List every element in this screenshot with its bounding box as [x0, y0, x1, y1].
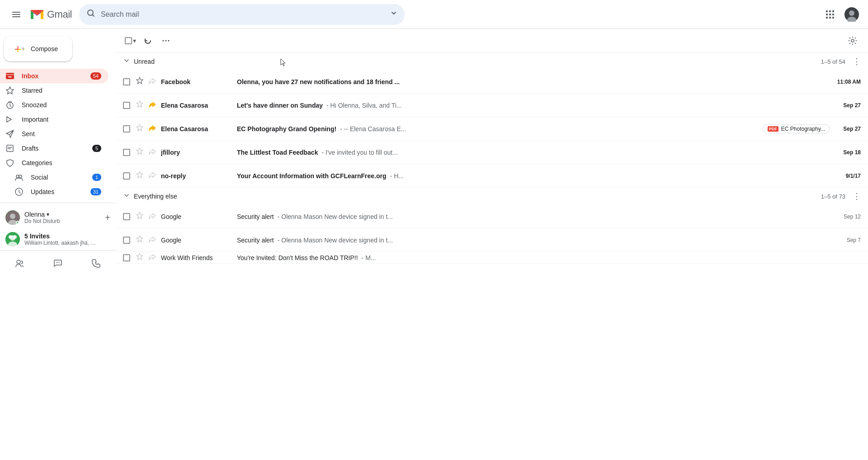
email-star-button[interactable] [136, 100, 145, 110]
svg-point-27 [16, 175, 19, 178]
email-forward-icon [148, 147, 157, 157]
search-dropdown-icon[interactable] [390, 9, 397, 19]
hamburger-menu-button[interactable] [7, 5, 25, 24]
sidebar-item-drafts[interactable]: Drafts 5 [0, 141, 108, 156]
email-content: Security alert - Olenna Mason New device… [237, 213, 830, 220]
search-bar[interactable] [79, 4, 405, 25]
search-input[interactable] [101, 10, 385, 19]
email-checkbox[interactable] [123, 149, 132, 156]
invites-info: 5 Invites William Lintott, aakash jha, M… [24, 232, 110, 246]
email-star-button[interactable] [136, 252, 145, 263]
svg-rect-5 [826, 10, 828, 12]
sidebar-item-sent[interactable]: Sent [0, 127, 108, 141]
user-account-item[interactable]: Olenna ▾ Do Not Disturb + [0, 207, 116, 228]
email-preview: - Olenna Mason New device signed in t... [278, 213, 830, 220]
email-checkbox[interactable] [123, 254, 132, 261]
hamburger-icon [12, 9, 20, 19]
svg-rect-12 [829, 17, 831, 19]
select-dropdown-icon[interactable]: ▾ [133, 37, 136, 44]
add-account-button[interactable]: + [105, 213, 110, 223]
email-row[interactable]: no-reply Your Account Information with G… [116, 164, 868, 188]
refresh-button[interactable] [140, 33, 156, 49]
topbar: Gmail [0, 0, 868, 29]
email-star-button[interactable] [136, 76, 145, 87]
svg-point-44 [168, 40, 170, 42]
email-checkbox[interactable] [123, 172, 132, 180]
email-checkbox[interactable] [123, 237, 132, 244]
more-options-button[interactable] [158, 33, 174, 49]
email-row[interactable]: jfillory The Littlest Toad Feedback - I'… [116, 141, 868, 164]
email-forward-icon [148, 100, 157, 110]
sidebar-item-categories[interactable]: Categories [0, 156, 108, 170]
compose-button[interactable]: Compose [4, 36, 72, 62]
svg-rect-13 [832, 17, 834, 19]
email-row[interactable]: Elena Casarosa EC Photography Grand Open… [116, 117, 868, 141]
email-row[interactable]: Google Security alert - Olenna Mason New… [116, 228, 868, 252]
email-date: 11:08 AM [834, 79, 861, 85]
email-star-button[interactable] [136, 123, 145, 134]
email-star-button[interactable] [136, 211, 145, 222]
social-icon [14, 173, 24, 182]
email-star-button[interactable] [136, 171, 145, 181]
everything-else-more-button[interactable]: ⋮ [853, 191, 861, 201]
email-row[interactable]: Work With Friends You're Invited: Don't … [116, 252, 868, 264]
user-section: Olenna ▾ Do Not Disturb + [0, 203, 116, 250]
email-checkbox[interactable] [123, 213, 132, 220]
settings-button[interactable] [844, 33, 861, 49]
account-avatar-button[interactable] [843, 5, 861, 24]
drafts-label: Drafts [22, 145, 85, 152]
app-grid-button[interactable] [821, 5, 839, 24]
email-subject: Let's have dinner on Sunday [237, 102, 323, 109]
svg-rect-6 [829, 10, 831, 12]
email-content: Security alert - Olenna Mason New device… [237, 237, 830, 244]
email-checkbox[interactable] [123, 102, 132, 109]
sidebar-item-inbox[interactable]: Inbox 54 [0, 69, 108, 83]
drafts-badge: 5 [92, 145, 101, 152]
email-forward-icon [148, 212, 157, 222]
svg-rect-7 [832, 10, 834, 12]
email-checkbox[interactable] [123, 125, 132, 133]
people-nav-button[interactable] [10, 254, 28, 272]
important-icon [5, 115, 14, 124]
unread-collapse-button[interactable] [123, 57, 130, 66]
inbox-icon [5, 71, 14, 81]
user-name: Olenna ▾ [24, 211, 100, 218]
sidebar-item-starred[interactable]: Starred [0, 83, 108, 98]
phone-nav-button[interactable] [87, 254, 105, 272]
inbox-label: Inbox [22, 72, 83, 80]
important-label: Important [22, 116, 101, 123]
select-all-button[interactable]: ▾ [123, 33, 138, 49]
pdf-icon: PDF [768, 126, 778, 132]
attachment-chip[interactable]: PDF EC Photography... [763, 124, 830, 133]
svg-point-41 [59, 262, 60, 263]
sidebar-item-important[interactable]: Important [0, 112, 108, 127]
email-row[interactable]: Elena Casarosa Let's have dinner on Sund… [116, 94, 868, 117]
star-icon [5, 86, 14, 95]
gmail-logo: Gmail [29, 6, 72, 23]
sidebar-item-updates[interactable]: Updates 31 [0, 185, 108, 199]
email-subject: Security alert [237, 213, 274, 220]
categories-label: Categories [22, 159, 101, 166]
email-star-button[interactable] [136, 147, 145, 157]
social-badge: 1 [92, 174, 101, 181]
invites-item[interactable]: 5 Invites William Lintott, aakash jha, M… [0, 228, 116, 250]
compose-plus-icon [14, 43, 25, 54]
everything-else-collapse-button[interactable] [123, 192, 130, 201]
sidebar-item-social[interactable]: Social 1 [0, 170, 108, 185]
email-toolbar: ▾ [116, 29, 868, 53]
unread-section-header: Unread 1–5 of 54 ⋮ [116, 53, 868, 70]
email-checkbox[interactable] [123, 78, 132, 85]
svg-rect-19 [23, 47, 24, 48]
email-preview: - Olenna Mason New device signed in t... [278, 237, 830, 244]
email-row[interactable]: Facebook Olenna, you have 27 new notific… [116, 70, 868, 94]
email-row[interactable]: Google Security alert - Olenna Mason New… [116, 205, 868, 228]
invites-subtitle: William Lintott, aakash jha, M... [24, 240, 97, 246]
email-star-button[interactable] [136, 235, 145, 245]
unread-section-more-button[interactable]: ⋮ [853, 57, 861, 66]
email-sender: Work With Friends [161, 254, 233, 261]
svg-point-42 [163, 40, 164, 42]
sidebar-item-snoozed[interactable]: Snoozed [0, 98, 108, 112]
chat-nav-button[interactable] [49, 254, 67, 272]
select-all-checkbox[interactable] [125, 37, 132, 44]
email-content: You're Invited: Don't Miss the ROAD TRIP… [237, 254, 861, 261]
